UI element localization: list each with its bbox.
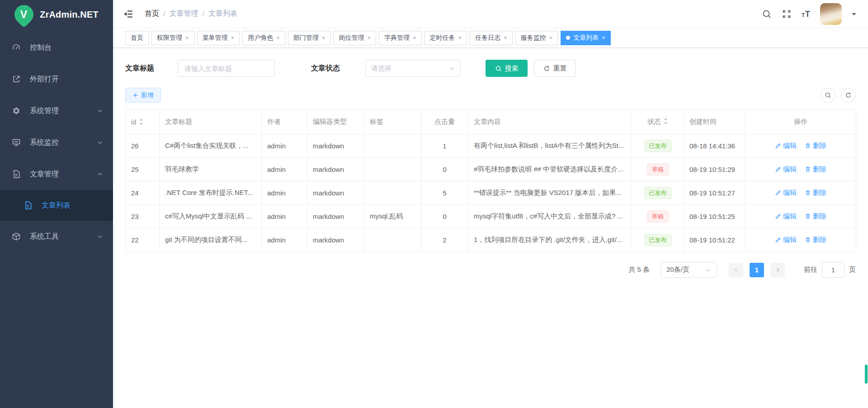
column-header-7[interactable]: 状态 — [632, 109, 684, 134]
delete-button[interactable]: 删除 — [805, 165, 826, 174]
tab-4[interactable]: 部门管理× — [288, 31, 331, 45]
goto-label: 前往 — [804, 266, 817, 274]
chevron-left-icon — [733, 267, 739, 273]
sidebar-item-5[interactable]: 文章列表 — [0, 190, 113, 221]
search-icon[interactable] — [762, 9, 772, 19]
next-page-button[interactable] — [770, 263, 785, 277]
sidebar-item-1[interactable]: 外部打开 — [0, 63, 113, 95]
cell-创建时间: 08-19 10:51:29 — [684, 158, 745, 181]
sidebar-item-3[interactable]: 系统监控 — [0, 127, 113, 158]
chevron-right-icon — [775, 267, 781, 273]
tab-label: 权限管理 — [157, 34, 182, 42]
breadcrumb: 首页 / 文章管理 / 文章列表 — [145, 9, 237, 19]
add-button[interactable]: 新增 — [125, 88, 161, 103]
tab-6[interactable]: 字典管理× — [379, 31, 422, 45]
edit-button[interactable]: 编辑 — [775, 165, 797, 174]
edit-button[interactable]: 编辑 — [775, 189, 797, 197]
delete-button[interactable]: 删除 — [805, 212, 826, 221]
sidebar-toggle-icon[interactable] — [123, 9, 134, 19]
cell-编辑器类型: markdown — [307, 181, 364, 205]
sidebar-item-2[interactable]: 系统管理 — [0, 95, 113, 127]
page-size-select[interactable]: 20条/页 — [660, 262, 717, 278]
edit-button[interactable]: 编辑 — [775, 236, 797, 244]
status-select-placeholder: 请选择 — [371, 64, 392, 73]
article-status-select[interactable]: 请选择 — [365, 60, 461, 77]
tab-label: 岗位管理 — [339, 34, 364, 42]
cell-编辑器类型: markdown — [307, 134, 364, 158]
dashboard-icon — [12, 43, 30, 52]
cell-点击量: 2 — [421, 228, 468, 252]
breadcrumb-home[interactable]: 首页 — [145, 9, 159, 19]
column-header-2: 作者 — [262, 109, 307, 134]
toggle-search-button[interactable] — [821, 88, 835, 103]
page-number-button[interactable]: 1 — [750, 263, 764, 277]
close-icon[interactable]: × — [322, 35, 326, 41]
user-menu-caret-icon[interactable] — [852, 13, 856, 18]
tab-3[interactable]: 用户角色× — [242, 31, 285, 45]
cell-状态: 草稿 — [632, 205, 684, 228]
refresh-table-button[interactable] — [841, 88, 856, 103]
cell-标签 — [364, 158, 421, 181]
close-icon[interactable]: × — [367, 35, 371, 41]
tab-7[interactable]: 定时任务× — [425, 31, 467, 45]
prev-page-button[interactable] — [729, 263, 743, 277]
tab-label: 菜单管理 — [203, 34, 228, 42]
cell-文章标题: .NET Core 发布时提示.NET... — [160, 181, 262, 205]
cell-标签 — [364, 228, 421, 252]
cell-文章标题: 羽毛球教学 — [160, 158, 262, 181]
close-icon[interactable]: × — [602, 35, 605, 41]
sidebar-item-label: 系统工具 — [30, 232, 59, 242]
font-size-icon[interactable]: TT — [802, 9, 810, 18]
sidebar-item-4[interactable]: 文章管理 — [0, 158, 113, 190]
edit-button[interactable]: 编辑 — [775, 212, 797, 221]
tab-9[interactable]: 服务监控× — [515, 31, 558, 45]
search-button[interactable]: 搜索 — [486, 60, 528, 77]
sidebar-item-label: 外部打开 — [30, 75, 59, 84]
cell-编辑器类型: markdown — [307, 228, 364, 252]
cell-文章内容: mysql字符集utf8，c#写入中文后，全部显示成? ... — [468, 205, 632, 228]
delete-button[interactable]: 删除 — [805, 236, 826, 244]
page-content: 文章标题 文章状态 请选择 搜索 重置 新 — [113, 48, 868, 408]
tab-2[interactable]: 菜单管理× — [197, 31, 240, 45]
close-icon[interactable]: × — [504, 35, 507, 41]
cell-文章标题: git 为不同的项目设置不同... — [160, 228, 262, 252]
close-icon[interactable]: × — [458, 35, 462, 41]
document-icon — [12, 170, 30, 179]
edit-button[interactable]: 编辑 — [775, 142, 797, 150]
status-badge: 已发布 — [644, 140, 672, 152]
sidebar-item-6[interactable]: 系统工具 — [0, 221, 113, 252]
close-icon[interactable]: × — [185, 35, 189, 41]
cell-点击量: 5 — [421, 181, 468, 205]
tab-1[interactable]: 权限管理× — [151, 31, 194, 45]
close-icon[interactable]: × — [231, 35, 235, 41]
cell-文章内容: 1，找到项目所在目录下的 .git/文件夹，进入.git/... — [468, 228, 632, 252]
cell-文章内容: #羽毛球拍参数说明 ## 中管软硬选择以及长度介... — [468, 158, 632, 181]
status-badge: 已发布 — [644, 187, 672, 199]
sidebar-item-0[interactable]: 控制台 — [0, 32, 113, 63]
close-icon[interactable]: × — [549, 35, 553, 41]
article-title-input[interactable] — [178, 60, 275, 77]
column-header-0[interactable]: id — [126, 109, 160, 134]
tab-0[interactable]: 首页 — [125, 31, 149, 45]
tab-8[interactable]: 任务日志× — [470, 31, 513, 45]
tab-10[interactable]: 文章列表× — [561, 31, 611, 45]
delete-button[interactable]: 删除 — [805, 142, 826, 150]
cell-作者: admin — [262, 134, 307, 158]
sidebar-item-label: 系统管理 — [30, 106, 59, 116]
delete-button[interactable]: 删除 — [805, 189, 826, 197]
tab-label: 服务监控 — [521, 34, 546, 42]
pagination: 共 5 条 20条/页 1 前往 页 — [125, 262, 856, 278]
goto-page-input[interactable] — [822, 262, 844, 278]
app-logo[interactable]: V ZrAdmin.NET — [0, 0, 113, 29]
column-header-6: 文章内容 — [468, 109, 632, 134]
tab-5[interactable]: 岗位管理× — [333, 31, 376, 45]
close-icon[interactable]: × — [276, 35, 280, 41]
cell-作者: admin — [262, 205, 307, 228]
sidebar-item-label: 系统监控 — [30, 138, 59, 147]
user-avatar[interactable] — [820, 3, 842, 25]
scrollbar-thumb[interactable] — [865, 365, 868, 384]
reset-button[interactable]: 重置 — [534, 60, 576, 77]
close-icon[interactable]: × — [413, 35, 416, 41]
chevron-down-icon — [705, 267, 711, 273]
fullscreen-icon[interactable] — [782, 9, 792, 19]
